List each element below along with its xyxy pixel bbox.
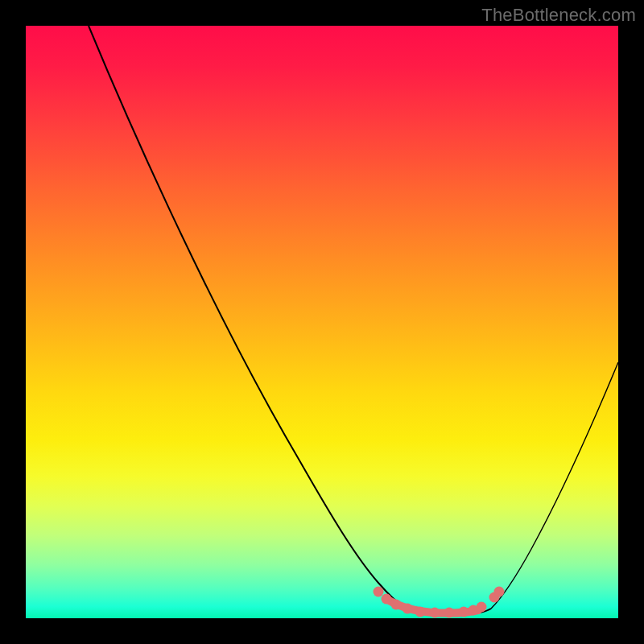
curve-right (491, 362, 618, 609)
marker-dot (430, 608, 440, 618)
marker-dot (402, 604, 413, 614)
marker-dot (374, 587, 384, 597)
marker-dot (415, 607, 426, 617)
marker-group (374, 587, 505, 618)
marker-dot (477, 602, 487, 613)
curve-left (89, 26, 406, 609)
marker-dot (382, 594, 392, 605)
marker-dot (391, 600, 402, 610)
marker-dot (494, 587, 505, 597)
marker-dot (459, 607, 469, 617)
chart-frame: TheBottleneck.com (0, 0, 644, 644)
plot-svg (26, 26, 618, 618)
watermark-text: TheBottleneck.com (481, 5, 636, 26)
marker-dot (444, 608, 455, 618)
